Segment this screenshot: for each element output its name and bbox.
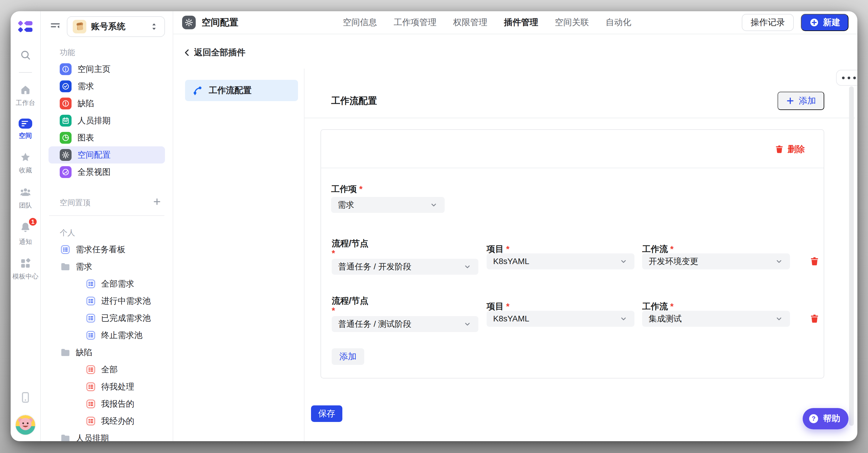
sidebar-item-defects[interactable]: 缺陷 (49, 95, 165, 112)
tree-item[interactable]: 待我处理 (49, 378, 165, 395)
save-button[interactable]: 保存 (311, 405, 342, 422)
rail-item-label: 通知 (19, 237, 32, 246)
collapse-sidebar-icon[interactable] (49, 19, 62, 34)
app-logo-icon[interactable] (17, 20, 34, 35)
sidebar: 账号系统 功能 空间主页 需求 缺陷 人员排期 图表 空 (41, 11, 173, 441)
tree-folder[interactable]: 缺陷 (49, 344, 165, 361)
tree-folder[interactable]: 需求 (49, 258, 165, 275)
help-button[interactable]: 帮助 (803, 408, 848, 429)
tree-item[interactable]: 终止需求池 (49, 327, 165, 344)
section-title-personal: 个人 (49, 228, 165, 238)
sidebar-item-space-home[interactable]: 空间主页 (49, 61, 165, 78)
notification-badge: 1 (28, 217, 37, 227)
plugin-nav-item-workflow-config[interactable]: 工作流配置 (185, 80, 298, 101)
list-view-icon (85, 295, 96, 307)
workflow-label: 工作流 * (642, 245, 790, 253)
rail-item-team[interactable]: 团队 (19, 186, 32, 210)
sidebar-item-staff-schedule[interactable]: 人员排期 (49, 112, 165, 129)
delete-row-button[interactable] (809, 256, 819, 266)
search-icon[interactable] (20, 49, 31, 62)
star-icon (20, 151, 31, 163)
page-header: 空间配置 空间信息 工作项管理 权限管理 插件管理 空间关联 自动化 操作记录 … (173, 11, 857, 34)
chevron-down-icon (775, 314, 783, 323)
more-options-button[interactable] (836, 70, 857, 86)
work-item-select[interactable]: 需求 (331, 197, 445, 213)
tree-item[interactable]: 全部 (49, 361, 165, 378)
tree-item[interactable]: 我经办的 (49, 413, 165, 430)
process-node-select[interactable]: 普通任务 / 开发阶段 (332, 259, 478, 275)
delete-row-button[interactable] (809, 314, 819, 324)
process-node-select[interactable]: 普通任务 / 测试阶段 (332, 316, 478, 332)
list-view-icon (85, 330, 96, 341)
rail-item-notifications[interactable]: 1 通知 (19, 221, 32, 246)
back-to-plugins-link[interactable]: 返回全部插件 (183, 47, 245, 59)
add-row-button[interactable]: 添加 (332, 348, 364, 365)
user-avatar[interactable] (16, 415, 35, 435)
rail-item-template-center[interactable]: 模板中心 (12, 258, 38, 281)
chevron-down-icon (775, 257, 783, 266)
rail-item-label: 收藏 (19, 166, 32, 175)
sidebar-item-space-config[interactable]: 空间配置 (49, 146, 165, 163)
tree-folder[interactable]: 人员排期 (49, 430, 165, 441)
tree-item[interactable]: 进行中需求池 (49, 293, 165, 310)
mobile-app-icon[interactable] (19, 391, 32, 405)
workflow-row: 流程/节点 * 普通任务 / 测试阶段 项目 * K8sYA (332, 295, 819, 332)
main-body: 返回全部插件 工作流配置 工作流配置 添加 删除 (173, 34, 857, 441)
check-circle-icon (60, 81, 71, 92)
tab-space-relation[interactable]: 空间关联 (555, 17, 589, 28)
tab-plugin-mgmt[interactable]: 插件管理 (504, 17, 538, 28)
operation-log-button[interactable]: 操作记录 (742, 14, 794, 31)
tab-space-info[interactable]: 空间信息 (343, 17, 377, 28)
workflow-select[interactable]: 开发环境变更 (642, 253, 790, 269)
tab-work-item-mgmt[interactable]: 工作项管理 (394, 17, 437, 28)
list-view-icon (85, 278, 96, 290)
tree-item[interactable]: 已完成需求池 (49, 310, 165, 327)
workspace-switcher[interactable]: 账号系统 (67, 16, 165, 37)
add-pinned-icon[interactable] (153, 197, 161, 208)
rail-item-label: 工作台 (16, 98, 35, 107)
trash-icon (775, 145, 784, 154)
rail-item-space[interactable]: 空间 (19, 119, 32, 140)
tree-item[interactable]: 我报告的 (49, 395, 165, 413)
pie-chart-icon (60, 132, 71, 144)
tree-item[interactable]: 全部需求 (49, 275, 165, 293)
gear-icon (60, 149, 71, 161)
rail-item-favorites[interactable]: 收藏 (19, 151, 32, 175)
sidebar-item-panorama[interactable]: 全景视图 (49, 163, 165, 181)
list-view-icon (85, 398, 96, 410)
workflow-config-card: 删除 工作项 * 需求 流程/节点 (320, 129, 824, 379)
rail-divider (19, 72, 32, 73)
scrollbar[interactable] (849, 86, 854, 426)
project-select[interactable]: K8sYAML (487, 253, 634, 269)
rail-item-workbench[interactable]: 工作台 (16, 84, 35, 107)
process-node-label: 流程/节点 (332, 295, 478, 306)
sidebar-item-requirements[interactable]: 需求 (49, 78, 165, 95)
sidebar-item-charts[interactable]: 图表 (49, 129, 165, 146)
required-mark: * (359, 184, 363, 194)
folder-icon (60, 261, 71, 272)
trash-icon (809, 256, 819, 266)
chevron-updown-icon (149, 22, 159, 32)
chevron-down-icon (619, 314, 628, 323)
section-title-pinned: 空间置顶 (49, 197, 165, 208)
workflow-branch-icon (192, 85, 203, 96)
folder-icon (60, 347, 71, 358)
tab-automation[interactable]: 自动化 (606, 17, 631, 28)
delete-config-button[interactable]: 删除 (775, 143, 805, 155)
chevron-down-icon (463, 320, 472, 329)
tab-permission-mgmt[interactable]: 权限管理 (453, 17, 488, 28)
required-mark: * (332, 249, 478, 259)
project-select[interactable]: K8sYAML (487, 311, 634, 327)
work-item-label: 工作项 * (331, 184, 445, 193)
question-icon (808, 413, 819, 424)
tree-item[interactable]: 需求任务看板 (49, 241, 165, 258)
add-config-button[interactable]: 添加 (778, 92, 824, 110)
section-title-function: 功能 (49, 47, 165, 58)
project-label: 项目 * (487, 302, 634, 311)
workspace-name: 账号系统 (91, 21, 144, 33)
required-mark: * (332, 306, 478, 316)
create-button[interactable]: 新建 (801, 14, 848, 31)
workflow-select[interactable]: 集成测试 (642, 311, 790, 327)
rail-item-label: 空间 (19, 131, 32, 140)
process-node-label: 流程/节点 (332, 238, 478, 249)
